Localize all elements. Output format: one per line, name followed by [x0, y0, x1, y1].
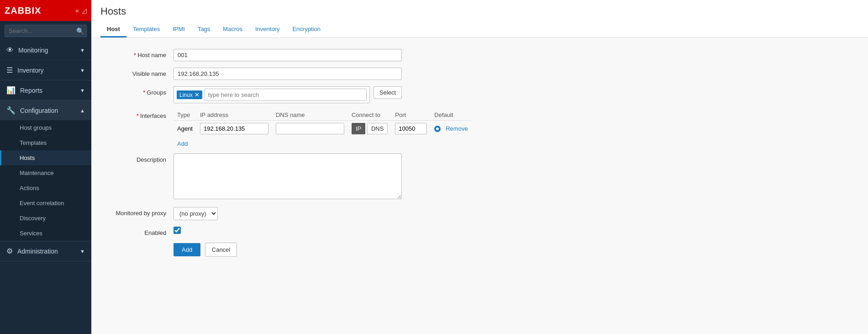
interface-connect: IP DNS: [348, 121, 391, 137]
administration-icon: ⚙: [6, 247, 13, 255]
sidebar-item-maintenance[interactable]: Maintenance: [0, 165, 91, 180]
proxy-label: Monitored by proxy: [105, 207, 174, 217]
tab-encryption[interactable]: Encryption: [286, 22, 326, 37]
sidebar-item-host-groups[interactable]: Host groups: [0, 120, 91, 135]
interface-default-radio[interactable]: [434, 126, 441, 132]
interface-row-agent: Agent IP DNS: [174, 121, 472, 137]
collapse-icon[interactable]: «: [75, 7, 79, 14]
enabled-row: Enabled: [105, 227, 854, 236]
reports-icon: 📊: [6, 86, 16, 95]
proxy-select[interactable]: (no proxy): [174, 207, 218, 220]
host-name-row: *Host name: [105, 49, 854, 61]
search-icon: 🔍: [76, 27, 84, 35]
connect-ip-button[interactable]: IP: [352, 123, 365, 134]
connect-dns-button[interactable]: DNS: [367, 123, 388, 134]
tab-ipmi[interactable]: IPMI: [166, 22, 191, 37]
visible-name-input[interactable]: [174, 68, 402, 80]
tab-bar: Host Templates IPMI Tags Macros Inventor…: [100, 22, 859, 37]
description-label: Description: [105, 154, 174, 163]
proxy-control: (no proxy): [174, 207, 402, 220]
group-tag-linux: Linux ✕: [177, 90, 202, 99]
main-content: Hosts Host Templates IPMI Tags Macros In…: [91, 0, 868, 334]
interfaces-section: Type IP address DNS name Connect to Port…: [174, 110, 472, 147]
tab-tags[interactable]: Tags: [191, 22, 216, 37]
enabled-control: [174, 227, 402, 235]
sidebar-item-discovery[interactable]: Discovery: [0, 211, 91, 226]
interface-port: [391, 121, 431, 137]
zabbix-logo: ZABBIX: [5, 5, 41, 16]
visible-name-control: [174, 68, 402, 80]
main-header: Hosts Host Templates IPMI Tags Macros In…: [91, 0, 868, 38]
sidebar-header: ZABBIX « ◿: [0, 0, 91, 21]
sidebar-label-reports: Reports: [20, 87, 42, 94]
sidebar-item-actions[interactable]: Actions: [0, 180, 91, 196]
chevron-reports: ▼: [80, 88, 85, 93]
host-name-label: *Host name: [105, 49, 174, 58]
host-name-control: [174, 49, 402, 61]
sidebar-item-event-correlation[interactable]: Event correlation: [0, 196, 91, 211]
interface-default: Remove: [431, 121, 471, 137]
add-button[interactable]: Add: [174, 243, 200, 256]
tab-templates[interactable]: Templates: [126, 22, 166, 37]
visible-name-row: Visible name: [105, 68, 854, 80]
interface-port-input[interactable]: [395, 123, 427, 134]
groups-select-button[interactable]: Select: [374, 86, 402, 99]
host-form: *Host name Visible name *Groups: [91, 38, 868, 334]
remove-group-linux[interactable]: ✕: [195, 91, 200, 98]
interface-type: Agent: [174, 121, 196, 137]
interface-remove-link[interactable]: Remove: [446, 125, 468, 132]
col-default: Default: [431, 110, 471, 121]
host-name-input[interactable]: [174, 49, 402, 61]
sidebar-label-configuration: Configuration: [20, 107, 58, 114]
interfaces-label: *Interfaces: [105, 110, 174, 119]
sidebar-item-services[interactable]: Services: [0, 226, 91, 241]
groups-search-input[interactable]: [204, 89, 367, 101]
interface-ip: [196, 121, 272, 137]
tab-macros[interactable]: Macros: [216, 22, 249, 37]
chevron-administration: ▼: [80, 249, 85, 254]
sidebar-item-hosts[interactable]: Hosts: [0, 150, 91, 165]
sidebar-item-configuration[interactable]: 🔧 Configuration ▲: [0, 101, 91, 120]
interface-dns-input[interactable]: [276, 123, 344, 134]
sidebar-section-monitoring: 👁 Monitoring ▼: [0, 41, 91, 60]
visible-name-label: Visible name: [105, 68, 174, 77]
cancel-button[interactable]: Cancel: [205, 243, 237, 257]
col-port: Port: [391, 110, 431, 121]
col-dns: DNS name: [272, 110, 348, 121]
sidebar-item-inventory[interactable]: ☰ Inventory ▼: [0, 60, 91, 80]
interfaces-table: Type IP address DNS name Connect to Port…: [174, 110, 472, 137]
col-ip: IP address: [196, 110, 272, 121]
interface-add-link[interactable]: Add: [177, 140, 188, 147]
configuration-icon: 🔧: [6, 106, 16, 115]
search-input[interactable]: [5, 25, 87, 37]
chevron-monitoring: ▼: [80, 48, 85, 53]
description-textarea[interactable]: [174, 154, 402, 199]
tab-inventory[interactable]: Inventory: [249, 22, 286, 37]
monitoring-icon: 👁: [6, 46, 14, 54]
sidebar-section-reports: 📊 Reports ▼: [0, 80, 91, 101]
configuration-subitems: Host groups Templates Hosts Maintenance …: [0, 120, 91, 241]
kiosk-icon[interactable]: ◿: [82, 7, 87, 14]
groups-row-inner: Linux ✕ Select: [174, 86, 402, 103]
form-buttons-row: Add Cancel: [105, 243, 854, 257]
sidebar-section-configuration: 🔧 Configuration ▲ Host groups Templates …: [0, 101, 91, 241]
interface-ip-input[interactable]: [200, 123, 268, 134]
groups-label: *Groups: [105, 86, 174, 96]
proxy-row: Monitored by proxy (no proxy): [105, 207, 854, 220]
interfaces-row: *Interfaces Type IP address DNS name Con…: [105, 110, 854, 147]
sidebar-item-reports[interactable]: 📊 Reports ▼: [0, 80, 91, 100]
sidebar-item-templates[interactable]: Templates: [0, 135, 91, 150]
sidebar-item-monitoring[interactable]: 👁 Monitoring ▼: [0, 41, 91, 60]
groups-field[interactable]: Linux ✕: [174, 86, 370, 103]
inventory-icon: ☰: [6, 66, 13, 74]
enabled-checkbox[interactable]: [174, 227, 181, 234]
tab-host[interactable]: Host: [100, 22, 126, 37]
page-title: Hosts: [100, 5, 859, 17]
sidebar: ZABBIX « ◿ 🔍 👁 Monitoring ▼ ☰ Inventory …: [0, 0, 91, 334]
sidebar-item-administration[interactable]: ⚙ Administration ▼: [0, 241, 91, 261]
sidebar-section-inventory: ☰ Inventory ▼: [0, 60, 91, 80]
chevron-inventory: ▼: [80, 68, 85, 73]
interface-dns: [272, 121, 348, 137]
sidebar-label-administration: Administration: [17, 248, 58, 255]
sidebar-label-inventory: Inventory: [17, 67, 44, 74]
